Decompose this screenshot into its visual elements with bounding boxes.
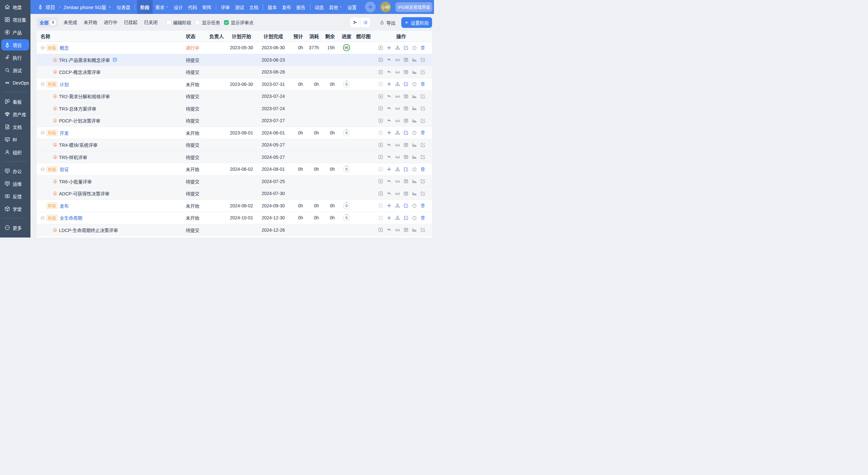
- stage-name-link[interactable]: 全生命周期: [60, 215, 82, 221]
- stage-name-link[interactable]: 计划: [60, 81, 69, 88]
- action-execute-icon[interactable]: [378, 203, 383, 208]
- sidebar-item-更多[interactable]: 更多: [0, 221, 30, 234]
- action-record-icon[interactable]: [403, 179, 409, 184]
- menu-item-文档[interactable]: 文档: [247, 0, 261, 14]
- breadcrumb-project-switcher[interactable]: Zentao phone 5G版: [64, 4, 106, 10]
- action-revert-icon[interactable]: [386, 154, 392, 160]
- filter-tab-已挂起[interactable]: 已挂起: [121, 17, 141, 28]
- filter-tab-进行中[interactable]: 进行中: [100, 17, 121, 28]
- menu-item-设置[interactable]: 设置: [345, 0, 359, 14]
- action-suspend-icon[interactable]: [412, 81, 417, 87]
- checkbox-编辑阶段[interactable]: 编辑阶段: [166, 19, 191, 26]
- action-revert-icon[interactable]: [386, 94, 392, 99]
- collapse-toggle[interactable]: [40, 216, 45, 220]
- action-edit-icon[interactable]: [420, 142, 426, 148]
- quick-create-button[interactable]: [365, 2, 376, 12]
- action-edit-icon[interactable]: [420, 69, 426, 75]
- action-review-detail-icon[interactable]: [395, 94, 400, 99]
- action-edit-icon[interactable]: [403, 81, 409, 87]
- review-name[interactable]: TR2-需求分解和规格评审: [59, 93, 110, 99]
- gantt-view-button[interactable]: [350, 18, 360, 28]
- menu-item-评审[interactable]: 评审: [218, 0, 232, 14]
- action-execute-icon[interactable]: [378, 227, 383, 233]
- menu-item-代码[interactable]: 代码: [185, 0, 200, 14]
- menu-item-仪表盘[interactable]: 仪表盘: [114, 0, 133, 14]
- action-record-icon[interactable]: [403, 142, 409, 148]
- action-plus-icon[interactable]: [386, 130, 392, 135]
- stage-name-link[interactable]: 验证: [60, 166, 69, 172]
- action-execute-icon[interactable]: [378, 45, 383, 51]
- action-revert-icon[interactable]: [386, 118, 392, 123]
- menu-item-需求[interactable]: 需求: [153, 0, 171, 14]
- sidebar-item-产品[interactable]: 产品: [0, 26, 30, 38]
- action-execute-icon[interactable]: [378, 118, 383, 123]
- sidebar-item-资产库[interactable]: 资产库: [0, 108, 30, 121]
- sidebar-item-项目[interactable]: 项目: [0, 38, 30, 51]
- action-suspend-icon[interactable]: [412, 130, 417, 135]
- sidebar-item-反馈[interactable]: 反馈: [0, 190, 30, 202]
- action-revert-icon[interactable]: [386, 106, 392, 111]
- action-plus-icon[interactable]: [386, 81, 392, 87]
- action-report-icon[interactable]: [412, 94, 417, 99]
- filter-tab-全部[interactable]: 全部6: [37, 17, 58, 28]
- action-execute-icon[interactable]: [378, 179, 383, 184]
- action-report-icon[interactable]: [412, 118, 417, 123]
- action-team-icon[interactable]: [395, 215, 400, 221]
- sidebar-item-学堂[interactable]: 学堂: [0, 202, 30, 215]
- review-name[interactable]: PDCP-计划决策评审: [59, 117, 100, 124]
- action-delete-icon[interactable]: [420, 203, 426, 208]
- action-edit-icon[interactable]: [420, 154, 426, 160]
- action-record-icon[interactable]: [403, 106, 409, 111]
- action-record-icon[interactable]: [403, 227, 409, 233]
- action-report-icon[interactable]: [412, 142, 417, 148]
- export-button[interactable]: 导出: [379, 20, 396, 26]
- action-review-detail-icon[interactable]: [395, 69, 400, 75]
- sidebar-item-执行[interactable]: 执行: [0, 51, 30, 64]
- review-doc-icon[interactable]: [112, 57, 118, 63]
- action-execute-icon[interactable]: [378, 94, 383, 99]
- action-review-detail-icon[interactable]: [395, 106, 400, 111]
- action-revert-icon[interactable]: [386, 179, 392, 184]
- action-edit-icon[interactable]: [420, 118, 426, 123]
- sidebar-item-DevOps[interactable]: DevOps: [0, 76, 30, 89]
- action-report-icon[interactable]: [412, 154, 417, 160]
- action-suspend-icon[interactable]: [412, 166, 417, 172]
- menu-item-矩阵[interactable]: 矩阵: [200, 0, 214, 14]
- action-execute-icon[interactable]: [378, 106, 383, 111]
- action-team-icon[interactable]: [395, 45, 400, 51]
- checkbox-unchecked-icon[interactable]: [166, 20, 171, 25]
- action-team-icon[interactable]: [395, 166, 400, 172]
- action-edit-icon[interactable]: [403, 215, 409, 221]
- review-name[interactable]: LDCP-生命周期终止决策评审: [59, 227, 118, 233]
- action-delete-icon[interactable]: [420, 45, 426, 51]
- review-name[interactable]: TR1-产品需求和概念评审: [59, 57, 110, 63]
- checkbox-显示评审点[interactable]: 显示评审点: [224, 19, 253, 26]
- action-plus-icon[interactable]: [386, 203, 392, 208]
- sidebar-item-组织[interactable]: 组织: [0, 146, 30, 158]
- sidebar-item-BI[interactable]: BI: [0, 133, 30, 146]
- review-name[interactable]: TR3-总体方案评审: [59, 105, 96, 112]
- checkbox-显示任务[interactable]: 显示任务: [195, 19, 220, 26]
- action-execute-icon[interactable]: [378, 191, 383, 196]
- action-review-detail-icon[interactable]: [395, 154, 400, 160]
- sidebar-item-文档[interactable]: 文档: [0, 121, 30, 133]
- action-edit-icon[interactable]: [403, 203, 409, 208]
- action-execute-icon[interactable]: [378, 142, 383, 148]
- action-team-icon[interactable]: [395, 130, 400, 135]
- menu-item-发布[interactable]: 发布: [279, 0, 293, 14]
- stage-name-link[interactable]: 发布: [60, 202, 69, 209]
- checkbox-unchecked-icon[interactable]: [195, 20, 200, 25]
- action-record-icon[interactable]: [403, 69, 409, 75]
- action-record-icon[interactable]: [403, 94, 409, 99]
- action-edit-icon[interactable]: [420, 191, 426, 196]
- action-execute-icon[interactable]: [378, 215, 383, 221]
- sidebar-item-看板[interactable]: 看板: [0, 95, 30, 108]
- action-record-icon[interactable]: [403, 57, 409, 63]
- list-view-button[interactable]: [360, 18, 370, 28]
- action-review-detail-icon[interactable]: [395, 227, 400, 233]
- action-report-icon[interactable]: [412, 106, 417, 111]
- action-suspend-icon[interactable]: [412, 45, 417, 51]
- stage-name-link[interactable]: 概念: [60, 44, 69, 51]
- action-execute-icon[interactable]: [378, 166, 383, 172]
- action-delete-icon[interactable]: [420, 81, 426, 87]
